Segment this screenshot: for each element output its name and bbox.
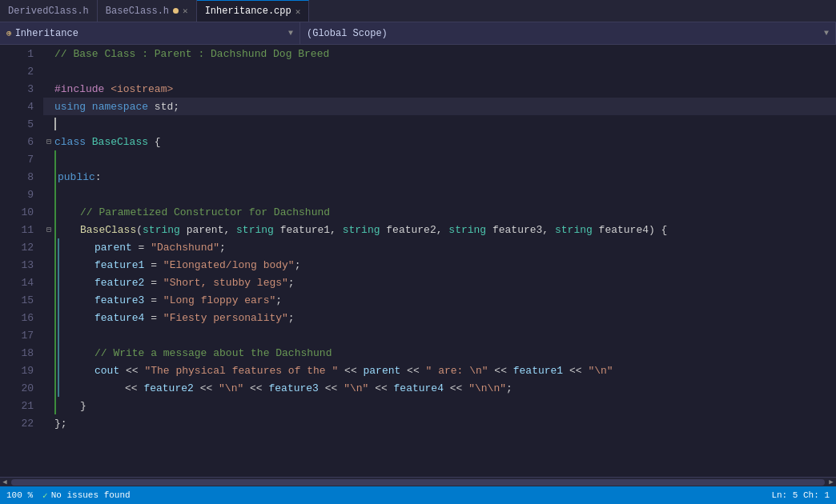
scope-line-14 <box>54 274 56 291</box>
status-zoom[interactable]: 100 % <box>6 490 33 500</box>
tab-baseclass[interactable]: BaseClass.h ✕ <box>98 0 197 22</box>
ln-1: 1 <box>10 45 34 62</box>
ln-17: 17 <box>10 326 34 344</box>
ln-13: 13 <box>10 256 34 274</box>
code-line-17 <box>43 326 836 344</box>
code-line-19: cout << "The physical features of the " … <box>43 362 836 379</box>
scope-dropdown-right[interactable]: (Global Scope) ▼ <box>300 22 836 44</box>
tab-baseclass-close[interactable]: ✕ <box>183 6 188 16</box>
line14-eq: = <box>144 277 163 289</box>
code-line-5 <box>43 115 836 133</box>
line19-op2: << <box>338 365 363 377</box>
line6-brace: { <box>148 136 161 148</box>
scroll-left-btn[interactable]: ◀ <box>0 478 10 486</box>
scope-line-17 <box>54 326 56 344</box>
line20-op6: << <box>444 382 468 394</box>
line3-include: #include <box>54 83 111 95</box>
code-line-18: // Write a message about the Dachshund <box>43 344 836 362</box>
ln-7: 7 <box>10 150 34 168</box>
scope-line-18 <box>54 344 56 362</box>
line20-s2: "\n" <box>344 382 368 394</box>
line19-op4: << <box>488 365 513 377</box>
code-line-6: ⊟ class BaseClass { <box>43 133 836 150</box>
line11-funcname: BaseClass <box>80 224 136 236</box>
line3-file: <iostream> <box>111 83 173 95</box>
line21-brace: } <box>80 400 86 412</box>
line13-var: feature1 <box>94 259 144 271</box>
fold-marker-11[interactable]: ⊟ <box>43 224 54 235</box>
tab-derivedclass[interactable]: DerivedClass.h <box>0 0 98 22</box>
status-issues: ✓ No issues found <box>42 490 131 501</box>
line8-colon: : <box>95 171 102 183</box>
status-bar: 100 % ✓ No issues found Ln: 5 Ch: 1 <box>0 486 836 504</box>
code-line-12: parent = "Dachshund"; <box>43 238 836 256</box>
line22-brace: }; <box>54 418 67 430</box>
scope-dropdown-left[interactable]: ⊕ Inheritance ▼ <box>0 22 300 44</box>
code-line-11: ⊟ BaseClass(string parent, string featur… <box>43 221 836 238</box>
ln-11: 11 <box>10 221 34 238</box>
code-line-7 <box>43 150 836 168</box>
scope-line-indent-15 <box>58 291 59 309</box>
line19-op3: << <box>400 365 425 377</box>
code-line-3: #include <iostream> <box>43 80 836 98</box>
scroll-right-btn[interactable]: ▶ <box>826 478 836 486</box>
line16-eq: = <box>144 312 163 324</box>
line11-p1: parent, <box>180 224 236 236</box>
line12-eq: = <box>132 242 151 254</box>
scope-line-10 <box>54 203 56 221</box>
scope-right-label: (Global Scope) <box>307 28 388 39</box>
ln-2: 2 <box>10 62 34 80</box>
line11-t3: string <box>343 224 380 236</box>
line19-parent: parent <box>364 365 401 377</box>
line12-semi: ; <box>219 242 226 254</box>
line6-classname: BaseClass <box>92 136 148 148</box>
tab-inheritance-close[interactable]: ✕ <box>295 6 301 17</box>
ln-16: 16 <box>10 309 34 326</box>
line20-op4: << <box>319 382 344 394</box>
scroll-track[interactable] <box>11 479 825 486</box>
code-line-14: feature2 = "Short, stubby legs"; <box>43 274 836 291</box>
line12-var: parent <box>94 242 132 254</box>
fold-marker-6[interactable]: ⊟ <box>43 136 54 147</box>
line19-op1: << <box>119 365 144 377</box>
tab-bar: DerivedClass.h BaseClass.h ✕ Inheritance… <box>0 0 836 22</box>
tab-baseclass-label: BaseClass.h <box>106 6 169 17</box>
scope-line-11 <box>54 221 56 238</box>
line4-sp2: std; <box>148 101 179 113</box>
ln-20: 20 <box>10 379 34 397</box>
scope-line-indent-12 <box>58 238 59 256</box>
line11-p3: feature2, <box>380 224 449 236</box>
line-numbers: 1 2 3 4 5 6 7 8 9 10 11 12 13 14 15 16 1… <box>0 45 40 477</box>
code-area[interactable]: // Base Class : Parent : Dachshund Dog B… <box>40 45 836 477</box>
line20-f3: feature3 <box>268 382 318 394</box>
ln-3: 3 <box>10 80 34 98</box>
ln-5: 5 <box>10 115 34 133</box>
status-issues-label: No issues found <box>51 490 131 500</box>
line11-t2: string <box>236 224 274 236</box>
line19-op5: << <box>563 365 588 377</box>
code-line-8: public: <box>43 168 836 186</box>
scope-line-indent-13 <box>58 256 59 274</box>
line18-comment: // Write a message about the Dachshund <box>94 347 332 359</box>
code-line-21: } <box>43 397 836 414</box>
line19-s1: "The physical features of the " <box>144 365 338 377</box>
line4-ns: namespace <box>92 101 148 113</box>
line13-eq: = <box>144 259 163 271</box>
line14-var: feature2 <box>94 277 144 289</box>
line10-comment: // Parametized Constructor for Dachshund <box>80 206 330 218</box>
ln-18: 18 <box>10 344 34 362</box>
scope-line-indent-19 <box>58 362 59 379</box>
line1-comment: // Base Class : Parent : Dachshund Dog B… <box>54 48 329 60</box>
status-right: Ln: 5 Ch: 1 <box>771 490 830 500</box>
code-line-1: // Base Class : Parent : Dachshund Dog B… <box>43 45 836 62</box>
line20-op2: << <box>194 382 219 394</box>
line15-var: feature3 <box>94 294 144 306</box>
scope-line-21 <box>54 397 56 414</box>
line11-paren: ( <box>136 224 143 236</box>
line13-semi: ; <box>295 259 301 271</box>
cursor <box>54 118 56 130</box>
tab-inheritance-label: Inheritance.cpp <box>205 6 291 17</box>
scope-line-indent-14 <box>58 274 59 291</box>
tab-inheritance[interactable]: Inheritance.cpp ✕ <box>197 0 310 22</box>
ln-12: 12 <box>10 238 34 256</box>
